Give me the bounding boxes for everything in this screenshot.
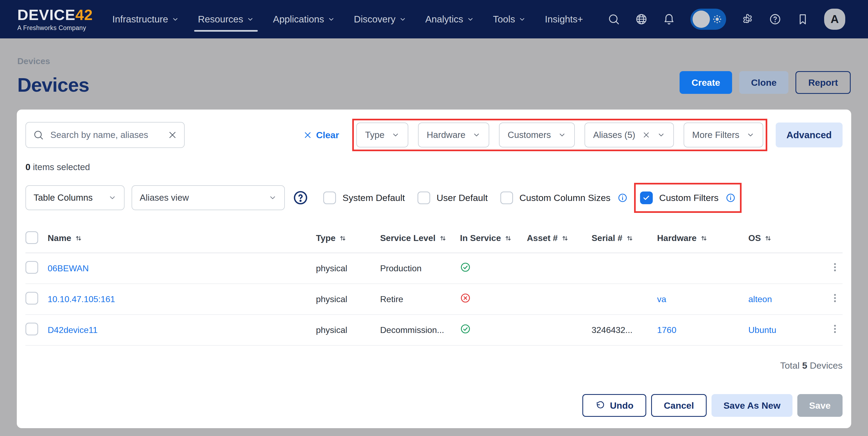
nav-item-analytics[interactable]: Analytics	[425, 14, 474, 25]
nav-item-tools[interactable]: Tools	[493, 14, 526, 25]
row-checkbox[interactable]	[26, 323, 38, 335]
filter-row: Clear TypeHardwareCustomersAliases (5)Mo…	[26, 122, 842, 148]
remove-filter-icon[interactable]	[643, 131, 650, 139]
advanced-button[interactable]: Advanced	[776, 123, 842, 147]
theme-toggle[interactable]	[690, 9, 726, 30]
sort-icon[interactable]	[439, 234, 447, 242]
sort-icon[interactable]	[74, 234, 83, 242]
cancel-button[interactable]: Cancel	[651, 394, 707, 417]
row-checkbox[interactable]	[26, 261, 38, 274]
row-checkbox[interactable]	[26, 292, 38, 305]
filter-chip-label: Customers	[508, 130, 551, 140]
column-header-os[interactable]: OS	[744, 226, 825, 253]
search-input[interactable]	[50, 130, 162, 140]
checkbox-label: Custom Filters	[659, 193, 718, 203]
column-header-hardware[interactable]: Hardware	[653, 226, 744, 253]
clear-filters-button[interactable]: Clear	[304, 130, 339, 140]
service-level: Decommission...	[380, 325, 444, 335]
chevron-down-icon	[108, 194, 117, 202]
column-label: In Service	[460, 233, 501, 243]
help-icon[interactable]	[769, 13, 781, 26]
column-label: Hardware	[657, 233, 696, 243]
nav-item-resources[interactable]: Resources	[198, 14, 254, 25]
info-icon[interactable]	[725, 193, 736, 203]
column-header-name[interactable]: Name	[43, 226, 312, 253]
checkbox-unchecked[interactable]	[323, 192, 336, 204]
table-row: D42device11physicalDecommission...324643…	[26, 314, 842, 345]
column-header-asset[interactable]: Asset #	[523, 226, 587, 253]
clone-button[interactable]: Clone	[739, 71, 788, 94]
gear-icon[interactable]	[741, 13, 754, 26]
search-box[interactable]	[26, 122, 185, 148]
device42-logo[interactable]: DEVICE42 A Freshworks Company	[17, 7, 93, 31]
device-name-link[interactable]: 10.10.47.105:161	[48, 294, 115, 304]
bell-icon[interactable]	[663, 13, 675, 26]
hardware-link[interactable]: va	[657, 294, 666, 304]
select-all-checkbox[interactable]	[26, 231, 38, 244]
checkbox-checked[interactable]	[640, 192, 653, 204]
column-header-in-service[interactable]: In Service	[456, 226, 523, 253]
main-nav: InfrastructureResourcesApplicationsDisco…	[112, 14, 583, 25]
sort-icon[interactable]	[561, 234, 569, 242]
filter-chip-hardware[interactable]: Hardware	[418, 123, 489, 147]
sort-icon[interactable]	[700, 234, 708, 242]
service-level: Production	[380, 263, 422, 273]
checkbox-item-system-default[interactable]: System Default	[323, 192, 405, 204]
undo-label: Undo	[610, 400, 633, 411]
logo-42: 42	[75, 6, 93, 23]
column-header-serial[interactable]: Serial #	[587, 226, 653, 253]
filter-chip-customers[interactable]: Customers	[499, 123, 575, 147]
checkbox-label: System Default	[342, 193, 405, 203]
nav-item-label: Resources	[198, 14, 243, 25]
checkbox-unchecked[interactable]	[417, 192, 430, 204]
os-link[interactable]: alteon	[748, 294, 772, 304]
column-label: Asset #	[527, 233, 558, 243]
table-row: 06BEWANphysicalProduction	[26, 253, 842, 284]
sort-icon[interactable]	[339, 234, 347, 242]
column-header-service-level[interactable]: Service Level	[376, 226, 456, 253]
save-button[interactable]: Save	[797, 394, 842, 417]
device-name-link[interactable]: 06BEWAN	[48, 263, 89, 273]
nav-item-label: Discovery	[354, 14, 396, 25]
view-dropdown[interactable]: Aliases view	[131, 185, 285, 210]
checkbox-item-custom-filters[interactable]: Custom Filters	[640, 192, 736, 204]
globe-icon[interactable]	[635, 13, 648, 26]
help-circle-icon[interactable]	[293, 190, 308, 205]
save-as-new-button[interactable]: Save As New	[712, 394, 792, 417]
os-link[interactable]: Ubuntu	[748, 325, 776, 335]
bookmark-icon[interactable]	[797, 13, 809, 26]
undo-button[interactable]: Undo	[582, 394, 646, 417]
column-label: OS	[748, 233, 761, 243]
hardware-link[interactable]: 1760	[657, 325, 676, 335]
table-columns-dropdown[interactable]: Table Columns	[26, 185, 125, 210]
clear-search-icon[interactable]	[168, 130, 177, 140]
search-icon[interactable]	[608, 13, 620, 26]
kebab-menu-icon[interactable]	[830, 262, 840, 273]
checkbox-item-custom-column-sizes[interactable]: Custom Column Sizes	[500, 192, 627, 204]
nav-item-insights[interactable]: Insights+	[545, 14, 583, 25]
selection-count: 0	[26, 162, 30, 172]
filter-chip-type[interactable]: Type	[356, 123, 408, 147]
sort-icon[interactable]	[504, 234, 512, 242]
nav-item-discovery[interactable]: Discovery	[354, 14, 406, 25]
device-type: physical	[316, 263, 347, 273]
nav-item-infrastructure[interactable]: Infrastructure	[112, 14, 179, 25]
device-name-link[interactable]: D42device11	[48, 325, 97, 335]
report-button[interactable]: Report	[796, 71, 851, 94]
kebab-menu-icon[interactable]	[830, 293, 840, 303]
checkbox-unchecked[interactable]	[500, 192, 513, 204]
filter-chip-more-filters[interactable]: More Filters	[684, 123, 763, 147]
sort-icon[interactable]	[764, 234, 772, 242]
kebab-menu-icon[interactable]	[830, 324, 840, 334]
checkbox-item-user-default[interactable]: User Default	[417, 192, 488, 204]
info-icon[interactable]	[618, 193, 627, 203]
filter-chip-group: TypeHardwareCustomersAliases (5)More Fil…	[356, 123, 763, 147]
avatar[interactable]: A	[824, 9, 845, 30]
column-header-type[interactable]: Type	[312, 226, 376, 253]
sort-icon[interactable]	[626, 234, 634, 242]
create-button[interactable]: Create	[680, 71, 732, 94]
breadcrumb[interactable]: Devices	[17, 56, 89, 66]
nav-item-label: Insights+	[545, 14, 583, 25]
nav-item-applications[interactable]: Applications	[273, 14, 335, 25]
filter-chip-aliases-5[interactable]: Aliases (5)	[585, 123, 674, 147]
